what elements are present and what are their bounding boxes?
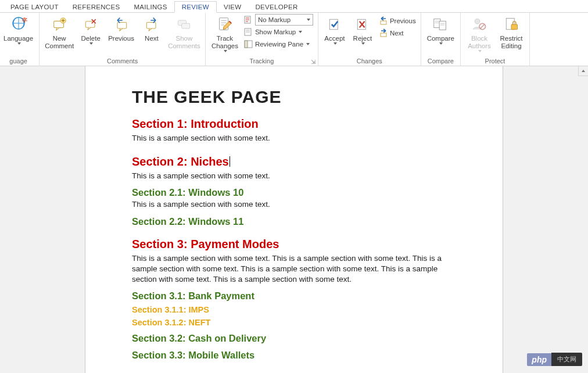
heading-section-3: Section 3: Payment Modes <box>132 238 450 251</box>
new-comment-label: New Comment <box>45 35 74 50</box>
body-text: This is a sample section with some text. <box>132 133 450 144</box>
svg-point-20 <box>475 19 480 24</box>
dropdown-caret-icon <box>361 42 365 45</box>
group-label-tracking: Tracking <box>209 58 314 65</box>
block-authors-icon <box>470 15 489 34</box>
previous-change-label: Previous <box>390 17 416 24</box>
tab-developer[interactable]: DEVELOPER <box>249 2 305 12</box>
svg-rect-16 <box>381 21 386 24</box>
new-comment-icon <box>50 15 69 34</box>
show-comments-label: Show Comments <box>168 35 200 50</box>
group-label-language: guage <box>1 58 35 65</box>
previous-change-icon <box>379 16 388 26</box>
tab-review[interactable]: REVIEW <box>174 1 217 13</box>
previous-comment-button[interactable]: Previous <box>106 14 137 42</box>
delete-label: Delete <box>81 35 101 42</box>
document-area: THE GEEK PAGE Section 1: Introduction Th… <box>0 66 588 373</box>
restrict-editing-icon <box>502 15 521 34</box>
heading-section-3-1-2: Section 3.1.2: NEFT <box>132 318 450 327</box>
svg-rect-5 <box>117 23 127 29</box>
reviewing-pane-icon <box>244 40 253 49</box>
previous-change-button[interactable]: Previous <box>378 15 417 27</box>
show-comments-button[interactable]: Show Comments <box>167 14 202 50</box>
heading-section-2-1: Section 2.1: Windows 10 <box>132 187 450 198</box>
svg-rect-14 <box>329 19 338 30</box>
document-page[interactable]: THE GEEK PAGE Section 1: Introduction Th… <box>85 66 503 373</box>
next-change-label: Next <box>390 30 404 37</box>
group-label-compare: Compare <box>425 58 457 65</box>
tab-page-layout[interactable]: PAGE LAYOUT <box>3 2 66 12</box>
svg-rect-17 <box>381 33 386 37</box>
scrollbar-up-button[interactable] <box>578 66 588 76</box>
heading-section-3-2: Section 3.2: Cash on Delivery <box>132 333 450 344</box>
group-label-comments: Comments <box>43 58 202 65</box>
ribbon-tabs: PAGE LAYOUT REFERENCES MAILINGS REVIEW V… <box>0 0 588 13</box>
next-comment-button[interactable]: Next <box>139 14 164 42</box>
language-icon: 字 <box>9 15 28 34</box>
next-comment-icon <box>142 15 161 34</box>
svg-rect-23 <box>511 24 518 30</box>
track-changes-label: Track Changes <box>211 35 238 50</box>
document-title: THE GEEK PAGE <box>132 87 450 107</box>
heading-section-3-1: Section 3.1: Bank Payment <box>132 290 450 302</box>
tab-references[interactable]: REFERENCES <box>66 2 127 12</box>
svg-rect-8 <box>182 23 190 28</box>
dropdown-caret-icon <box>299 31 302 33</box>
next-change-button[interactable]: Next <box>378 27 417 39</box>
svg-rect-19 <box>439 21 446 30</box>
reject-icon <box>353 15 372 34</box>
new-comment-button[interactable]: New Comment <box>43 14 76 50</box>
svg-rect-13 <box>245 41 248 48</box>
group-tracking: Track Changes No Markup <box>206 13 318 66</box>
tab-view[interactable]: VIEW <box>217 2 249 12</box>
previous-label: Previous <box>108 35 134 42</box>
body-text: This is a sample section with some text. <box>132 199 450 210</box>
heading-section-2-2: Section 2.2: Windows 11 <box>132 216 450 227</box>
track-changes-button[interactable]: Track Changes <box>209 14 241 52</box>
reject-button[interactable]: Reject <box>350 14 375 45</box>
next-change-icon <box>379 28 388 38</box>
delete-comment-button[interactable]: Delete <box>78 14 103 45</box>
previous-comment-icon <box>112 15 131 34</box>
watermark-cn: 中文网 <box>551 353 582 366</box>
body-text: This is a sample section with some text.… <box>132 253 450 285</box>
reviewing-pane-button[interactable]: Reviewing Pane <box>243 38 314 50</box>
watermark-php: php <box>527 353 551 366</box>
language-button[interactable]: 字 Language <box>1 14 35 45</box>
dropdown-caret-icon <box>306 43 310 45</box>
restrict-editing-label: Restrict Editing <box>499 35 524 50</box>
heading-section-3-3: Section 3.3: Mobile Wallets <box>132 350 450 361</box>
reject-label: Reject <box>353 35 372 42</box>
markup-combo-box[interactable]: No Markup <box>255 14 313 26</box>
display-for-review-combo[interactable]: No Markup <box>243 14 314 26</box>
tracking-dialog-launcher[interactable]: ⇲ <box>310 58 317 65</box>
compare-button[interactable]: Compare <box>425 14 457 45</box>
dropdown-caret-icon <box>224 50 227 52</box>
restrict-editing-button[interactable]: Restrict Editing <box>497 14 526 50</box>
delete-comment-icon <box>81 15 100 34</box>
svg-rect-6 <box>146 23 156 29</box>
group-label-protect: Protect <box>464 58 526 65</box>
block-authors-label: Block Authors <box>467 35 492 50</box>
tab-mailings[interactable]: MAILINGS <box>127 2 174 12</box>
compare-label: Compare <box>427 35 454 42</box>
group-protect: Block Authors Restrict Editing Protect <box>461 13 530 66</box>
tracking-options-stack: No Markup Show Markup Reviewing Pane <box>243 14 314 50</box>
group-changes: Accept Reject Previous <box>318 13 421 66</box>
accept-button[interactable]: Accept <box>322 14 347 45</box>
reviewing-pane-label: Reviewing Pane <box>255 41 303 48</box>
language-label: Language <box>3 35 33 42</box>
block-authors-button[interactable]: Block Authors <box>464 14 494 52</box>
show-markup-button[interactable]: Show Markup <box>243 26 314 38</box>
ribbon: 字 Language guage New Comment Delete <box>0 13 588 66</box>
next-label: Next <box>145 35 159 42</box>
show-comments-icon <box>175 15 193 34</box>
heading-section-2-text: Section 2: Niches <box>132 155 229 168</box>
markup-combo-value: No Markup <box>258 16 291 23</box>
dropdown-caret-icon <box>17 42 21 45</box>
heading-section-1: Section 1: Introduction <box>132 117 450 131</box>
dropdown-caret-icon <box>439 42 443 45</box>
group-comments: New Comment Delete Previous Next <box>40 13 206 66</box>
show-markup-label: Show Markup <box>255 28 296 35</box>
dropdown-caret-icon <box>334 42 337 45</box>
